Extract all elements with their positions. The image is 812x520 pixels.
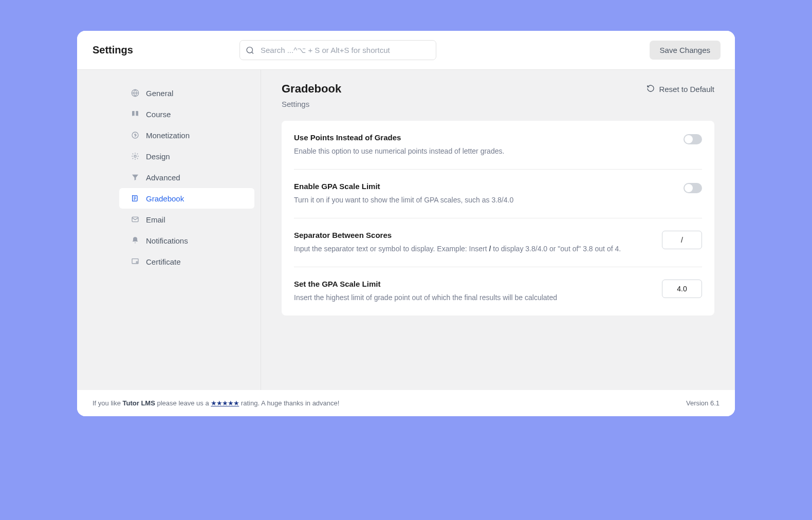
sidebar-item-label: Course [146, 110, 171, 119]
sidebar-item-notifications[interactable]: Notifications [119, 230, 254, 251]
certificate-icon [131, 257, 140, 266]
book-icon [131, 109, 140, 119]
mail-icon [131, 215, 140, 224]
setting-desc: Insert the highest limit of grade point … [294, 292, 650, 303]
footer: If you like Tutor LMS please leave us a … [77, 390, 735, 416]
setting-gpa-limit-value: Set the GPA Scale Limit Insert the highe… [294, 267, 702, 315]
sidebar-item-design[interactable]: Design [119, 146, 254, 166]
sidebar-item-general[interactable]: General [119, 83, 254, 103]
page-title: Settings [93, 44, 231, 56]
content: Gradebook Reset to Default Settings Use … [261, 70, 735, 390]
refresh-icon [647, 84, 655, 94]
settings-card: Use Points Instead of Grades Enable this… [282, 121, 714, 315]
setting-info: Enable GPA Scale Limit Turn it on if you… [294, 182, 671, 206]
setting-title: Enable GPA Scale Limit [294, 182, 671, 191]
footer-message: If you like Tutor LMS please leave us a … [93, 399, 339, 407]
monetization-icon [131, 131, 140, 140]
search-wrapper [239, 40, 436, 60]
setting-title: Set the GPA Scale Limit [294, 280, 650, 288]
version-label: Version 6.1 [686, 399, 719, 407]
reset-label: Reset to Default [659, 85, 714, 94]
content-subtitle: Settings [282, 100, 714, 108]
sidebar-item-label: Monetization [146, 131, 190, 140]
setting-title: Use Points Instead of Grades [294, 133, 671, 142]
filter-icon [131, 173, 140, 182]
sidebar-item-monetization[interactable]: Monetization [119, 125, 254, 145]
toggle-knob [685, 184, 693, 192]
sidebar-item-label: Design [146, 152, 170, 161]
gpa-limit-input[interactable] [662, 280, 702, 298]
sidebar-item-label: Certificate [146, 257, 181, 266]
sidebar-item-gradebook[interactable]: Gradebook [119, 188, 254, 209]
setting-gpa-scale-limit: Enable GPA Scale Limit Turn it on if you… [294, 170, 702, 218]
setting-info: Use Points Instead of Grades Enable this… [294, 133, 671, 157]
toggle-knob [685, 135, 693, 143]
sidebar-item-label: Email [146, 215, 165, 224]
setting-desc: Enable this option to use numerical poin… [294, 146, 671, 157]
svg-line-1 [252, 52, 253, 53]
content-header: Gradebook Reset to Default [282, 82, 714, 96]
header: Settings Save Changes [77, 31, 735, 69]
bell-icon [131, 236, 140, 245]
design-icon [131, 152, 140, 161]
reset-to-default-button[interactable]: Reset to Default [647, 84, 714, 94]
main: General Course Monetization Design [77, 69, 735, 390]
setting-use-points: Use Points Instead of Grades Enable this… [294, 121, 702, 170]
gradebook-icon [131, 194, 140, 203]
setting-title: Separator Between Scores [294, 231, 650, 239]
sidebar: General Course Monetization Design [119, 70, 261, 390]
svg-point-8 [136, 262, 138, 263]
svg-point-0 [247, 47, 252, 52]
use-points-toggle[interactable] [684, 134, 702, 144]
setting-desc: Turn it on if you want to show the limit… [294, 195, 671, 206]
setting-separator: Separator Between Scores Input the separ… [294, 218, 702, 267]
sidebar-item-label: General [146, 89, 173, 98]
separator-input[interactable] [662, 231, 702, 249]
sidebar-item-advanced[interactable]: Advanced [119, 167, 254, 188]
gpa-scale-limit-toggle[interactable] [684, 183, 702, 193]
sidebar-item-course[interactable]: Course [119, 104, 254, 124]
setting-desc: Input the separator text or symbol to di… [294, 244, 650, 254]
app-window: Settings Save Changes General [77, 31, 735, 416]
svg-point-5 [134, 155, 136, 157]
setting-info: Set the GPA Scale Limit Insert the highe… [294, 280, 650, 303]
globe-icon [131, 88, 140, 98]
sidebar-item-certificate[interactable]: Certificate [119, 251, 254, 272]
setting-info: Separator Between Scores Input the separ… [294, 231, 650, 254]
sidebar-item-email[interactable]: Email [119, 209, 254, 230]
sidebar-item-label: Advanced [146, 173, 180, 182]
content-title: Gradebook [282, 82, 341, 96]
save-changes-button[interactable]: Save Changes [650, 41, 721, 60]
search-icon [246, 46, 254, 54]
sidebar-item-label: Gradebook [146, 194, 184, 203]
rating-link[interactable]: ★★★★★ [211, 399, 239, 407]
search-input[interactable] [239, 40, 436, 60]
sidebar-item-label: Notifications [146, 236, 188, 245]
